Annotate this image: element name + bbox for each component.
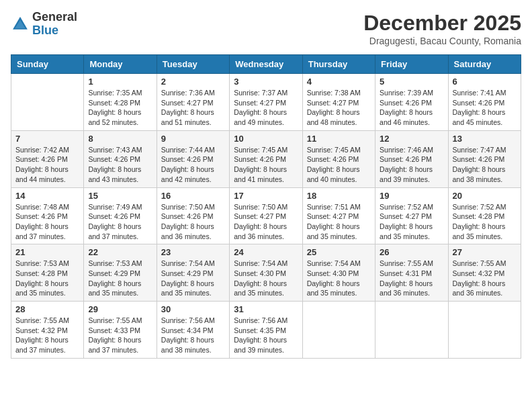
day-number: 29 — [88, 304, 152, 314]
day-info: Sunrise: 7:53 AMSunset: 4:28 PMDaylight:… — [15, 259, 79, 298]
calendar-cell — [448, 302, 521, 359]
day-info: Sunrise: 7:54 AMSunset: 4:30 PMDaylight:… — [307, 259, 371, 298]
day-info: Sunrise: 7:55 AMSunset: 4:32 PMDaylight:… — [15, 316, 79, 355]
calendar-cell: 11Sunrise: 7:45 AMSunset: 4:26 PMDayligh… — [302, 130, 375, 187]
day-number: 11 — [307, 134, 371, 144]
calendar-cell — [11, 74, 84, 131]
day-number: 15 — [88, 191, 152, 201]
day-number: 21 — [15, 247, 79, 257]
day-number: 24 — [234, 247, 298, 257]
day-number: 7 — [15, 134, 79, 144]
calendar-cell: 15Sunrise: 7:49 AMSunset: 4:26 PMDayligh… — [84, 187, 157, 244]
calendar-cell: 12Sunrise: 7:46 AMSunset: 4:26 PMDayligh… — [375, 130, 448, 187]
day-info: Sunrise: 7:49 AMSunset: 4:26 PMDaylight:… — [88, 202, 152, 242]
day-number: 14 — [15, 191, 79, 201]
calendar-cell — [375, 302, 448, 359]
calendar-table: SundayMondayTuesdayWednesdayThursdayFrid… — [11, 54, 521, 359]
day-info: Sunrise: 7:43 AMSunset: 4:26 PMDaylight:… — [88, 145, 152, 185]
day-number: 13 — [453, 134, 517, 144]
day-number: 23 — [161, 247, 225, 257]
calendar-cell: 31Sunrise: 7:56 AMSunset: 4:35 PMDayligh… — [230, 302, 302, 359]
logo-blue: Blue — [32, 24, 58, 37]
day-number: 20 — [453, 191, 517, 201]
calendar-cell: 18Sunrise: 7:51 AMSunset: 4:27 PMDayligh… — [302, 187, 375, 244]
calendar-header-row: SundayMondayTuesdayWednesdayThursdayFrid… — [11, 55, 521, 74]
day-number: 2 — [161, 77, 225, 87]
day-info: Sunrise: 7:54 AMSunset: 4:29 PMDaylight:… — [161, 259, 225, 298]
calendar-cell: 23Sunrise: 7:54 AMSunset: 4:29 PMDayligh… — [157, 244, 229, 302]
calendar-cell: 9Sunrise: 7:44 AMSunset: 4:26 PMDaylight… — [157, 130, 229, 187]
calendar-cell: 1Sunrise: 7:35 AMSunset: 4:28 PMDaylight… — [84, 74, 157, 131]
day-info: Sunrise: 7:45 AMSunset: 4:26 PMDaylight:… — [234, 145, 298, 185]
calendar-cell: 8Sunrise: 7:43 AMSunset: 4:26 PMDaylight… — [84, 130, 157, 187]
calendar-cell: 21Sunrise: 7:53 AMSunset: 4:28 PMDayligh… — [11, 244, 84, 302]
header-sunday: Sunday — [11, 55, 84, 74]
calendar-cell: 22Sunrise: 7:53 AMSunset: 4:29 PMDayligh… — [84, 244, 157, 302]
day-number: 12 — [380, 134, 443, 144]
header-saturday: Saturday — [448, 55, 521, 74]
calendar-cell: 5Sunrise: 7:39 AMSunset: 4:26 PMDaylight… — [375, 74, 448, 131]
day-info: Sunrise: 7:35 AMSunset: 4:28 PMDaylight:… — [88, 88, 152, 128]
calendar-cell: 25Sunrise: 7:54 AMSunset: 4:30 PMDayligh… — [302, 244, 375, 302]
day-info: Sunrise: 7:50 AMSunset: 4:26 PMDaylight:… — [161, 202, 225, 242]
location-subtitle: Dragugesti, Bacau County, Romania — [363, 36, 521, 46]
calendar-cell: 30Sunrise: 7:56 AMSunset: 4:34 PMDayligh… — [157, 302, 229, 359]
day-info: Sunrise: 7:41 AMSunset: 4:26 PMDaylight:… — [453, 88, 517, 128]
day-number: 1 — [88, 77, 152, 87]
day-info: Sunrise: 7:36 AMSunset: 4:27 PMDaylight:… — [161, 88, 225, 128]
logo-icon — [11, 15, 30, 34]
day-number: 8 — [88, 134, 152, 144]
day-info: Sunrise: 7:53 AMSunset: 4:29 PMDaylight:… — [88, 259, 152, 298]
calendar-cell: 7Sunrise: 7:42 AMSunset: 4:26 PMDaylight… — [11, 130, 84, 187]
day-info: Sunrise: 7:47 AMSunset: 4:26 PMDaylight:… — [453, 145, 517, 185]
header-tuesday: Tuesday — [157, 55, 229, 74]
day-info: Sunrise: 7:38 AMSunset: 4:27 PMDaylight:… — [307, 88, 371, 128]
calendar-cell — [302, 302, 375, 359]
day-number: 17 — [234, 191, 298, 201]
calendar-cell: 4Sunrise: 7:38 AMSunset: 4:27 PMDaylight… — [302, 74, 375, 131]
header-wednesday: Wednesday — [230, 55, 302, 74]
page-header: General Blue December 2025 Dragugesti, B… — [11, 11, 521, 46]
day-info: Sunrise: 7:51 AMSunset: 4:27 PMDaylight:… — [307, 202, 371, 242]
week-row-4: 28Sunrise: 7:55 AMSunset: 4:32 PMDayligh… — [11, 302, 521, 359]
calendar-cell: 10Sunrise: 7:45 AMSunset: 4:26 PMDayligh… — [230, 130, 302, 187]
calendar-cell: 2Sunrise: 7:36 AMSunset: 4:27 PMDaylight… — [157, 74, 229, 131]
day-info: Sunrise: 7:52 AMSunset: 4:27 PMDaylight:… — [380, 202, 443, 242]
day-info: Sunrise: 7:42 AMSunset: 4:26 PMDaylight:… — [15, 145, 79, 185]
calendar-cell: 27Sunrise: 7:55 AMSunset: 4:32 PMDayligh… — [448, 244, 521, 302]
calendar-cell: 14Sunrise: 7:48 AMSunset: 4:26 PMDayligh… — [11, 187, 84, 244]
day-info: Sunrise: 7:37 AMSunset: 4:27 PMDaylight:… — [234, 88, 298, 128]
day-number: 22 — [88, 247, 152, 257]
day-info: Sunrise: 7:50 AMSunset: 4:27 PMDaylight:… — [234, 202, 298, 242]
logo-general: General — [32, 10, 77, 24]
calendar-cell: 19Sunrise: 7:52 AMSunset: 4:27 PMDayligh… — [375, 187, 448, 244]
day-number: 27 — [453, 247, 517, 257]
day-number: 16 — [161, 191, 225, 201]
day-number: 10 — [234, 134, 298, 144]
calendar-cell: 28Sunrise: 7:55 AMSunset: 4:32 PMDayligh… — [11, 302, 84, 359]
calendar-cell: 6Sunrise: 7:41 AMSunset: 4:26 PMDaylight… — [448, 74, 521, 131]
day-number: 26 — [380, 247, 443, 257]
day-number: 30 — [161, 304, 225, 314]
day-info: Sunrise: 7:46 AMSunset: 4:26 PMDaylight:… — [380, 145, 443, 185]
day-number: 31 — [234, 304, 298, 314]
week-row-3: 21Sunrise: 7:53 AMSunset: 4:28 PMDayligh… — [11, 244, 521, 302]
title-block: December 2025 Dragugesti, Bacau County, … — [363, 11, 521, 46]
day-info: Sunrise: 7:55 AMSunset: 4:31 PMDaylight:… — [380, 259, 443, 298]
calendar-cell: 20Sunrise: 7:52 AMSunset: 4:28 PMDayligh… — [448, 187, 521, 244]
calendar-cell: 16Sunrise: 7:50 AMSunset: 4:26 PMDayligh… — [157, 187, 229, 244]
day-number: 19 — [380, 191, 443, 201]
calendar-cell: 3Sunrise: 7:37 AMSunset: 4:27 PMDaylight… — [230, 74, 302, 131]
day-info: Sunrise: 7:44 AMSunset: 4:26 PMDaylight:… — [161, 145, 225, 185]
day-number: 28 — [15, 304, 79, 314]
day-info: Sunrise: 7:55 AMSunset: 4:33 PMDaylight:… — [88, 316, 152, 355]
week-row-1: 7Sunrise: 7:42 AMSunset: 4:26 PMDaylight… — [11, 130, 521, 187]
day-info: Sunrise: 7:52 AMSunset: 4:28 PMDaylight:… — [453, 202, 517, 242]
day-number: 6 — [453, 77, 517, 87]
day-number: 18 — [307, 191, 371, 201]
week-row-2: 14Sunrise: 7:48 AMSunset: 4:26 PMDayligh… — [11, 187, 521, 244]
day-info: Sunrise: 7:48 AMSunset: 4:26 PMDaylight:… — [15, 202, 79, 242]
calendar-cell: 13Sunrise: 7:47 AMSunset: 4:26 PMDayligh… — [448, 130, 521, 187]
day-info: Sunrise: 7:56 AMSunset: 4:34 PMDaylight:… — [161, 316, 225, 355]
day-info: Sunrise: 7:45 AMSunset: 4:26 PMDaylight:… — [307, 145, 371, 185]
